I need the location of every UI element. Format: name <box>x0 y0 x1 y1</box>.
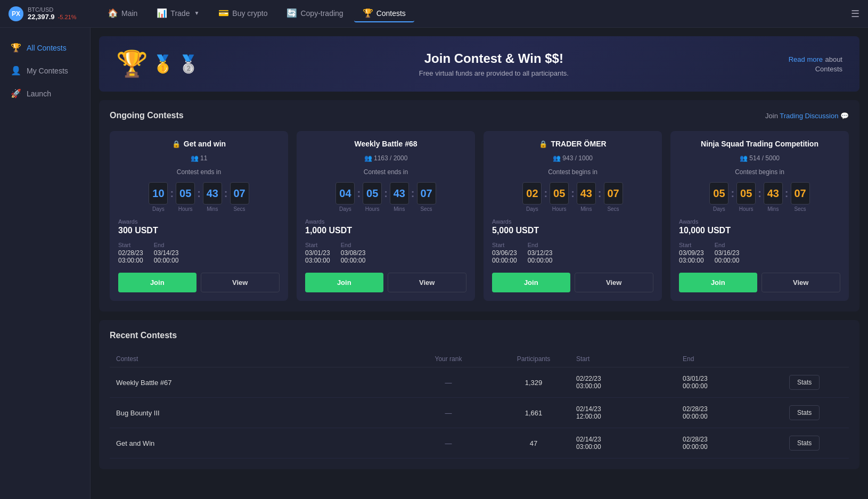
trophy-sidebar-icon: 🏆 <box>11 43 21 53</box>
people-icon-2: 👥 <box>364 154 374 162</box>
countdown-secs-block-1: 07 Secs <box>230 182 249 212</box>
countdown-secs-1: 07 <box>230 182 249 204</box>
countdown-hours-4: 05 <box>736 182 756 204</box>
countdown-days-block-1: 10 Days <box>149 182 168 212</box>
countdown-hours-block-1: 05 Hours <box>176 182 195 212</box>
start-label-4: Start <box>679 242 704 248</box>
countdown-4: 05 Days : 05 Hours : 43 Mins <box>679 182 840 212</box>
countdown-secs-2: 07 <box>417 182 436 204</box>
read-more-link[interactable]: Read more <box>789 55 823 63</box>
stats-button-3[interactable]: Stats <box>789 436 820 451</box>
chat-icon: 💬 <box>840 112 849 120</box>
table-header: Contest Your rank Participants Start End <box>110 351 849 367</box>
nav-item-copy-trading[interactable]: 🔄 Copy-trading <box>278 5 351 22</box>
row1-end: 03/01/23 00:00:00 <box>683 375 789 390</box>
join-button-4[interactable]: Join <box>679 273 757 292</box>
copy-icon: 🔄 <box>286 8 297 18</box>
countdown-secs-block-2: 07 Secs <box>417 182 436 212</box>
nav-item-main[interactable]: 🏠 Main <box>99 5 146 22</box>
card-ends-label-2: Contest ends in <box>305 168 466 176</box>
sep-3c: : <box>598 187 602 207</box>
ongoing-title: Ongoing Contests <box>110 111 184 120</box>
dates-row-2: Start 03/01/23 03:00:00 End 03/08/23 00:… <box>305 242 466 264</box>
row3-rank: — <box>406 439 491 447</box>
sep-1c: : <box>224 187 228 207</box>
card-ends-label-4: Contest begins in <box>679 168 840 176</box>
user-sidebar-icon: 👤 <box>11 66 21 76</box>
awards-label-3: Awards <box>492 218 653 225</box>
ongoing-section-header: Ongoing Contests Join Trading Discussion… <box>110 111 849 120</box>
medal2-emoji: 🥈 <box>178 54 199 74</box>
dates-row-1: Start 02/28/23 03:00:00 End 03/14/23 00:… <box>118 242 280 264</box>
chart-icon: 📊 <box>157 8 167 18</box>
sep-1b: : <box>197 187 201 207</box>
countdown-3: 02 Days : 05 Hours : 43 Mins <box>492 182 653 212</box>
nav-item-trade[interactable]: 📊 Trade ▼ <box>148 5 208 22</box>
sep-2c: : <box>411 187 415 207</box>
people-icon-3: 👥 <box>553 154 562 162</box>
end-date-3: 03/12/23 00:00:00 <box>528 249 553 264</box>
end-date-4: 03/16/23 00:00:00 <box>715 249 740 264</box>
main-layout: 🏆 All Contests 👤 My Contests 🚀 Launch 🏆 … <box>0 28 868 499</box>
start-date-1: 02/28/23 03:00:00 <box>118 249 143 264</box>
lock-icon-3: 🔒 <box>539 140 547 148</box>
row1-participants: 1,329 <box>491 379 576 387</box>
mins-label-1: Mins <box>207 206 218 212</box>
dates-row-4: Start 03/09/23 03:00:00 End 03/16/23 00:… <box>679 242 840 264</box>
view-button-3[interactable]: View <box>575 273 654 292</box>
countdown-hours-block-4: 05 Hours <box>736 182 756 212</box>
view-button-4[interactable]: View <box>761 273 841 292</box>
nav-item-contests[interactable]: 🏆 Contests <box>354 5 414 22</box>
btc-pair: BTC/USD <box>28 6 76 13</box>
sidebar-item-all-contests[interactable]: 🏆 All Contests <box>0 36 90 59</box>
end-block-4: End 03/16/23 00:00:00 <box>715 242 740 264</box>
row2-start: 02/14/23 12:00:00 <box>576 405 683 420</box>
countdown-hours-block-2: 05 Hours <box>363 182 382 212</box>
sep-2b: : <box>384 187 388 207</box>
stats-button-2[interactable]: Stats <box>789 405 820 420</box>
award-value-2: 1,000 USDT <box>305 226 466 235</box>
view-button-1[interactable]: View <box>201 273 280 292</box>
hamburger-menu-icon[interactable]: ☰ <box>851 8 859 20</box>
sidebar-item-my-contests[interactable]: 👤 My Contests <box>0 59 90 82</box>
stats-button-1[interactable]: Stats <box>789 375 820 390</box>
sidebar-item-launch[interactable]: 🚀 Launch <box>0 82 90 105</box>
chevron-down-icon: ▼ <box>194 10 199 16</box>
trading-discussion-link[interactable]: Trading Discussion <box>780 112 838 120</box>
row3-actions: Stats <box>789 436 842 451</box>
end-block-3: End 03/12/23 00:00:00 <box>528 242 553 264</box>
view-button-2[interactable]: View <box>388 273 467 292</box>
countdown-mins-block-1: 43 Mins <box>203 182 222 212</box>
countdown-mins-2: 43 <box>390 182 409 204</box>
nav-label-buy-crypto: Buy crypto <box>232 9 267 18</box>
sidebar-label-my-contests: My Contests <box>27 67 68 75</box>
row3-name: Get and Win <box>116 439 406 447</box>
join-button-1[interactable]: Join <box>118 273 196 292</box>
countdown-days-1: 10 <box>149 182 168 204</box>
start-block-1: Start 02/28/23 03:00:00 <box>118 242 143 264</box>
card-actions-2: Join View <box>305 273 466 292</box>
end-label-1: End <box>154 242 179 248</box>
row1-rank: — <box>406 379 491 387</box>
secs-label-2: Secs <box>420 206 432 212</box>
countdown-days-2: 04 <box>335 182 355 204</box>
btc-info: BTC/USD 22,397.9 -5.21% <box>28 6 76 21</box>
row1-start: 02/22/23 03:00:00 <box>576 375 683 390</box>
countdown-hours-3: 05 <box>550 182 569 204</box>
nav-item-buy-crypto[interactable]: 💳 Buy crypto <box>210 5 276 22</box>
row3-start: 02/14/23 03:00:00 <box>576 436 683 451</box>
nav-label-copy-trading: Copy-trading <box>300 9 343 18</box>
table-row: Weekly Battle #67 — 1,329 02/22/23 03:00… <box>110 367 849 398</box>
trophy-emoji: 🏆 <box>116 49 148 79</box>
nav-label-trade: Trade <box>170 9 190 18</box>
sidebar-label-launch: Launch <box>27 89 51 98</box>
card-icon: 💳 <box>218 8 229 18</box>
join-button-2[interactable]: Join <box>305 273 383 292</box>
countdown-days-block-4: 05 Days <box>709 182 728 212</box>
join-button-3[interactable]: Join <box>492 273 570 292</box>
btc-price: 22,397.9 <box>28 13 55 21</box>
start-block-2: Start 03/01/23 03:00:00 <box>305 242 330 264</box>
countdown-1: 10 Days : 05 Hours : 43 Mins <box>118 182 280 212</box>
recent-section-header: Recent Contests <box>110 331 849 340</box>
trophy-icon: 🏆 <box>363 8 373 18</box>
